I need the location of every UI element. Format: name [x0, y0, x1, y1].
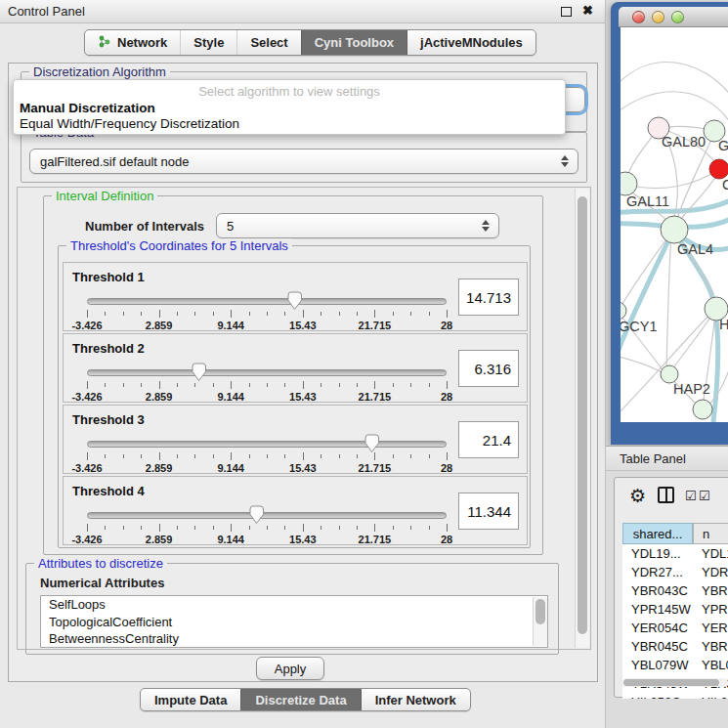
threshold-label: Threshold 1 [72, 270, 145, 284]
list-vertical-scrollbar[interactable] [533, 597, 547, 646]
table-cell[interactable]: YER0 [693, 619, 728, 637]
table-cell[interactable]: YIL052C [622, 693, 693, 699]
tick-mark [447, 452, 448, 460]
threshold-slider[interactable]: -3.4262.8599.14415.4321.71528 [87, 294, 447, 327]
interval-definition-label: Interval Definition [52, 189, 157, 203]
scrollbar-thumb[interactable] [578, 196, 587, 634]
table-cell[interactable]: YPR145W [622, 600, 693, 619]
network-node[interactable] [693, 400, 712, 419]
tab-cyni-toolbox[interactable]: Cyni Toolbox [301, 30, 407, 55]
tab-discretize-data[interactable]: Discretize Data [240, 689, 360, 710]
threshold-slider[interactable]: -3.4262.8599.14415.4321.71528 [87, 508, 447, 541]
tick-mark [429, 526, 430, 530]
table-data-combobox[interactable]: galFiltered.sif default node [29, 149, 578, 174]
algorithm-option-equal-width[interactable]: Equal Width/Frequency Discretization [20, 116, 239, 131]
table-cell[interactable]: YDL1 [693, 544, 728, 563]
close-icon[interactable]: ✖ [582, 3, 593, 18]
table-row[interactable]: YPR145WYPR1 [622, 600, 728, 619]
table-panel: ⚙ ☑ ☑ shared... n YDL19...YDL1YDR27...YD… [614, 477, 728, 698]
algorithm-option-manual[interactable]: Manual Discretization [20, 101, 155, 115]
slider-track[interactable] [87, 298, 447, 305]
threshold-value-input[interactable]: 21.4 [458, 421, 519, 458]
slider-thumb[interactable] [364, 434, 379, 453]
mac-minimize-icon[interactable] [652, 11, 664, 23]
network-node-gcy1[interactable] [621, 302, 626, 320]
table-cell[interactable]: YDR27... [622, 563, 693, 581]
scrollbar-thumb[interactable] [535, 599, 545, 624]
network-view-window[interactable]: GAL80GCGAL11GAL4GCY1HHAP2 [611, 2, 728, 445]
slider-thumb[interactable] [287, 291, 302, 311]
threshold-value-input[interactable]: 14.713 [458, 278, 519, 316]
attribute-item-betweennesscentrality[interactable]: BetweennessCentrality [41, 630, 547, 648]
number-of-intervals-combobox[interactable]: 5 [216, 213, 499, 238]
threshold-slider[interactable]: -3.4262.8599.14415.4321.71528 [87, 437, 447, 470]
tab-network[interactable]: Network [85, 30, 180, 55]
table-cell[interactable]: YBR0 [693, 581, 728, 600]
table-cell[interactable]: YBR0 [693, 637, 728, 656]
slider-thumb[interactable] [249, 505, 264, 525]
tab-impute-data[interactable]: Impute Data [141, 689, 240, 710]
network-canvas[interactable]: GAL80GCGAL11GAL4GCY1HHAP2 [621, 27, 728, 422]
slider-track[interactable] [87, 369, 447, 376]
slider-ticks [87, 452, 447, 461]
horizontal-scrollbar[interactable] [622, 678, 728, 687]
slider-thumb[interactable] [192, 363, 206, 382]
threshold-value-input[interactable]: 6.316 [458, 350, 519, 387]
tab-style[interactable]: Style [180, 30, 236, 55]
tick-mark [231, 452, 232, 460]
mac-zoom-icon[interactable] [671, 11, 684, 23]
column-header-shared-name[interactable]: shared... [622, 523, 693, 544]
checkbox-checked-icon[interactable]: ☑ [699, 489, 710, 503]
tick-mark [194, 526, 195, 530]
split-columns-icon[interactable] [658, 487, 674, 503]
attribute-item-selfloops[interactable]: SelfLoops [41, 596, 547, 614]
table-row[interactable]: YDL19...YDL1 [622, 544, 728, 563]
apply-button[interactable]: Apply [256, 657, 324, 680]
threshold-label: Threshold 4 [72, 484, 145, 498]
scale-label: 21.715 [359, 391, 392, 403]
table-header-row: shared... n [622, 523, 728, 544]
threshold-panel-1: Threshold 1-3.4262.8599.14415.4321.71528… [63, 262, 528, 331]
tick-mark [141, 454, 142, 458]
table-row[interactable]: YER054CYER0 [622, 619, 728, 637]
threshold-value-input[interactable]: 11.344 [458, 492, 519, 530]
mac-close-icon[interactable] [632, 11, 645, 23]
attribute-item-topologicalcoefficient[interactable]: TopologicalCoefficient [41, 614, 547, 631]
tab-jactivemnodules[interactable]: jActiveMNodules [407, 30, 535, 55]
table-row[interactable]: YBR045CYBR0 [622, 637, 728, 656]
scrollbar-thumb[interactable] [623, 679, 719, 686]
table-row[interactable]: YBL079WYBL0 [622, 656, 728, 674]
tick-mark [357, 526, 358, 530]
gear-icon[interactable]: ⚙ [629, 485, 646, 507]
numerical-attributes-list[interactable]: SelfLoopsTopologicalCoefficientBetweenne… [40, 595, 548, 648]
threshold-label: Threshold 3 [72, 412, 145, 427]
slider-ticks [87, 381, 447, 390]
table-cell[interactable]: YBL0 [693, 656, 728, 674]
table-row[interactable]: YIL052CYIL0 [622, 693, 728, 699]
table-cell[interactable]: YBR043C [622, 581, 693, 600]
table-cell[interactable]: YIL0 [693, 693, 728, 699]
network-window-titlebar[interactable] [619, 7, 728, 27]
table-cell[interactable]: YER054C [622, 619, 693, 637]
table-cell[interactable]: YDR2 [693, 563, 728, 581]
column-header-name[interactable]: n [693, 523, 728, 544]
tab-infer-network[interactable]: Infer Network [361, 689, 470, 710]
vertical-scrollbar[interactable] [575, 189, 589, 648]
float-window-icon[interactable] [561, 7, 572, 17]
table-cell[interactable]: YPR1 [693, 600, 728, 619]
network-node-gal4[interactable] [661, 216, 688, 243]
network-node-c[interactable] [709, 159, 728, 179]
tab-select[interactable]: Select [236, 30, 300, 55]
table-row[interactable]: YBR043CYBR0 [622, 581, 728, 600]
checkbox-checked-icon[interactable]: ☑ [685, 489, 697, 503]
tick-mark [159, 524, 160, 532]
slider-track[interactable] [87, 441, 447, 448]
slider-track[interactable] [87, 512, 447, 519]
table-cell[interactable]: YDL19... [622, 544, 693, 563]
scale-label: 2.859 [146, 391, 173, 403]
threshold-slider[interactable]: -3.4262.8599.14415.4321.71528 [87, 365, 447, 399]
table-row[interactable]: YDR27...YDR2 [622, 563, 728, 581]
table-cell[interactable]: YBL079W [622, 656, 693, 674]
network-node-gal11[interactable] [621, 172, 637, 195]
table-cell[interactable]: YBR045C [622, 637, 693, 656]
